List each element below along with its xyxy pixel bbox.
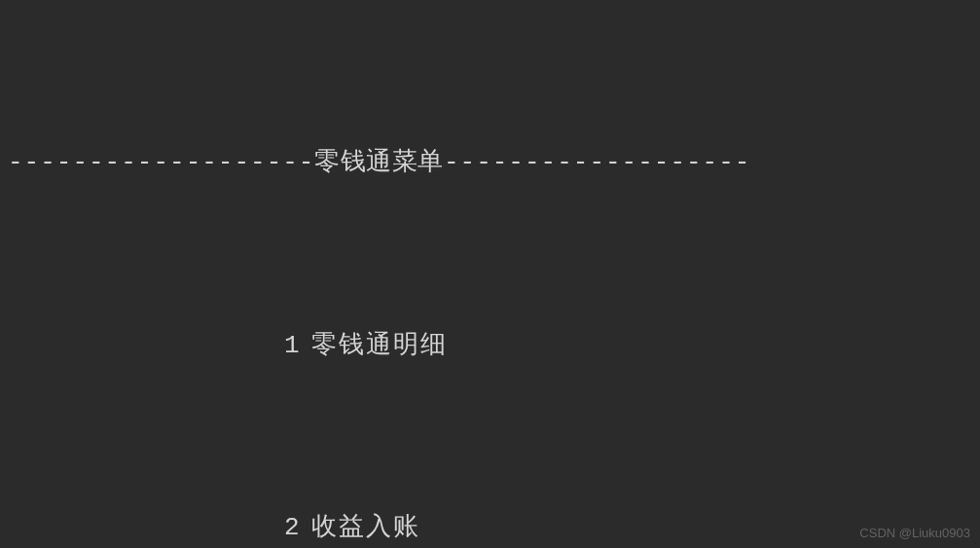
dash-suffix: -------------------: [444, 148, 750, 177]
menu-header: -------------------零钱通菜单----------------…: [8, 140, 972, 186]
menu-num: 2: [261, 505, 300, 548]
menu-label: 零钱通明细: [311, 331, 448, 360]
menu-title: 零钱通菜单: [314, 148, 444, 177]
dash-prefix: -------------------: [8, 148, 314, 177]
watermark: CSDN @Liuku0903: [859, 522, 970, 544]
terminal-output: -------------------零钱通菜单----------------…: [8, 4, 972, 548]
menu-item-1: 1零钱通明细: [8, 323, 972, 369]
menu-num: 1: [261, 323, 300, 369]
menu-label: 收益入账: [311, 513, 420, 542]
menu-item-2: 2收益入账: [8, 505, 972, 548]
